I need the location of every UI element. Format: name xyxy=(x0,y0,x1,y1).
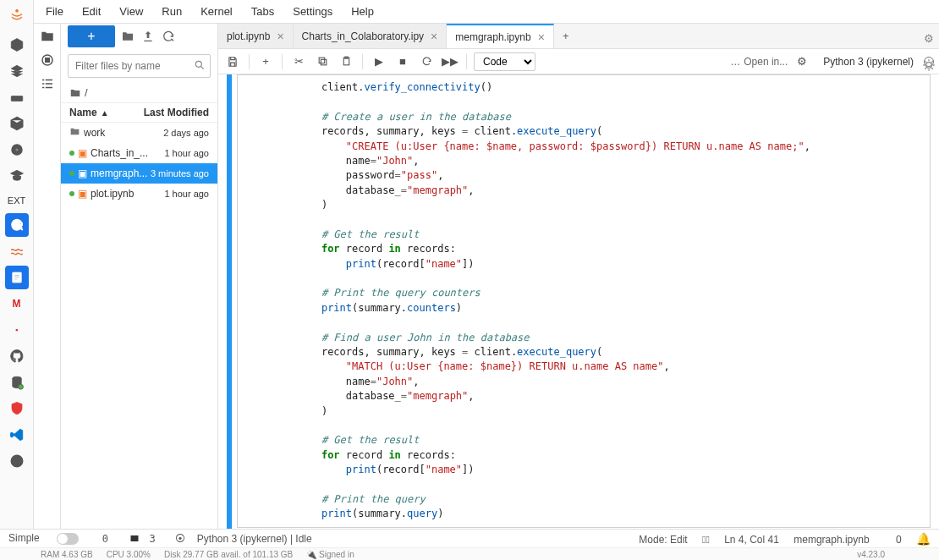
gear-icon[interactable]: ⚙ xyxy=(793,52,811,71)
file-row[interactable]: ▣memgraph...3 minutes ago xyxy=(61,163,217,184)
editor-tab[interactable]: plot.ipynb× xyxy=(218,24,294,48)
status-notif[interactable]: 0 🔔 xyxy=(884,534,931,546)
menu-tabs[interactable]: Tabs xyxy=(243,2,283,21)
menu-run[interactable]: Run xyxy=(153,2,190,21)
pdf-icon[interactable]: ▪ xyxy=(5,318,29,342)
matplotlib-icon[interactable]: M xyxy=(5,292,29,316)
close-icon[interactable]: × xyxy=(277,30,283,42)
status-ram[interactable]: RAM 4.63 GB xyxy=(41,550,93,559)
kernel-name[interactable]: Python 3 (ipykernel) xyxy=(823,56,914,68)
status-cursor[interactable]: Ln 4, Col 41 xyxy=(724,534,779,546)
simple-toggle[interactable] xyxy=(57,533,79,545)
running-indicator-icon xyxy=(69,191,74,196)
debug-rail-icon[interactable] xyxy=(922,58,936,74)
file-name: Charts_in_... xyxy=(91,147,148,159)
add-tab-button[interactable]: + xyxy=(554,24,578,48)
tab-label: memgraph.ipynb xyxy=(455,31,530,43)
stop-icon[interactable]: ■ xyxy=(393,52,412,71)
file-name: work xyxy=(84,127,105,139)
shield-icon[interactable] xyxy=(5,397,29,420)
editor-tabs: plot.ipynb×Charts_in_Colaboratory.ipy×me… xyxy=(218,24,939,49)
add-cell-icon[interactable]: + xyxy=(256,52,275,71)
file-name: plot.ipynb xyxy=(91,188,134,200)
svg-rect-7 xyxy=(14,279,18,280)
restart-icon[interactable] xyxy=(417,52,436,71)
menu-kernel[interactable]: Kernel xyxy=(192,2,241,21)
target-icon[interactable] xyxy=(5,138,29,162)
editor-area: plot.ipynb×Charts_in_Colaboratory.ipy×me… xyxy=(218,24,939,546)
status-disk[interactable]: Disk 29.77 GB avail. of 101.13 GB xyxy=(164,550,293,559)
run-icon[interactable]: ▶ xyxy=(370,52,388,71)
menu-view[interactable]: View xyxy=(111,2,151,21)
editor-tab[interactable]: memgraph.ipynb× xyxy=(447,24,554,48)
file-row[interactable]: work2 days ago xyxy=(61,123,217,143)
tab-label: plot.ipynb xyxy=(227,30,270,42)
svg-rect-1 xyxy=(11,96,23,102)
status-terminals[interactable]: 0 3 ⦿ xyxy=(102,533,185,545)
menu-settings[interactable]: Settings xyxy=(284,2,341,21)
running-tab-icon[interactable] xyxy=(40,52,55,68)
toc-tab-icon[interactable] xyxy=(40,76,55,91)
package-icon[interactable] xyxy=(5,112,29,135)
close-icon[interactable]: × xyxy=(538,31,545,43)
menubar: File Edit View Run Kernel Tabs Settings … xyxy=(34,0,939,24)
svg-rect-18 xyxy=(45,87,52,89)
status-cpu[interactable]: CPU 3.00% xyxy=(107,550,151,559)
svg-point-9 xyxy=(18,384,23,389)
svg-rect-21 xyxy=(319,58,325,63)
menu-help[interactable]: Help xyxy=(343,2,382,21)
svg-rect-17 xyxy=(42,87,44,89)
celltype-select[interactable]: Code xyxy=(474,52,535,71)
svg-rect-13 xyxy=(42,80,44,81)
save-icon[interactable] xyxy=(223,52,242,71)
status-kernel[interactable]: Python 3 (ipykernel) | Idle xyxy=(197,533,312,545)
svg-rect-5 xyxy=(14,275,19,276)
folder-tab-icon[interactable] xyxy=(40,29,55,44)
status-signed-in[interactable]: 🔌 Signed in xyxy=(306,550,367,559)
file-row[interactable]: ▣Charts_in_...1 hour ago xyxy=(61,143,217,163)
status-simple[interactable]: Simple xyxy=(8,532,91,545)
menu-edit[interactable]: Edit xyxy=(74,2,109,21)
status-mode[interactable]: Mode: Edit xyxy=(639,534,687,546)
file-row[interactable]: ▣plot.ipynb1 hour ago xyxy=(61,184,217,204)
cell-gutter-bar[interactable] xyxy=(227,74,232,546)
header-modified[interactable]: Last Modified xyxy=(144,107,209,118)
database-icon[interactable] xyxy=(5,371,29,394)
status-version[interactable]: v4.23.0 xyxy=(857,550,885,559)
github-icon[interactable] xyxy=(5,344,29,368)
doc-ext-icon[interactable] xyxy=(5,266,29,289)
editor-tab[interactable]: Charts_in_Colaboratory.ipy× xyxy=(294,24,448,48)
refresh-icon[interactable] xyxy=(161,29,176,44)
wave-icon[interactable] xyxy=(5,239,29,263)
status-trusted-icon[interactable]: ✓⃝ xyxy=(702,534,710,546)
vscode-icon[interactable] xyxy=(5,423,29,447)
close-icon[interactable]: × xyxy=(431,30,437,42)
open-in-button[interactable]: … Open in... xyxy=(730,56,788,68)
upload-icon[interactable] xyxy=(140,29,156,44)
file-modified: 1 hour ago xyxy=(164,189,209,199)
box-icon[interactable] xyxy=(5,33,29,57)
refresh-ext-icon[interactable] xyxy=(5,213,29,237)
run-all-icon[interactable]: ▶▶ xyxy=(441,52,459,71)
status-file[interactable]: memgraph.ipynb xyxy=(793,534,869,546)
paste-icon[interactable] xyxy=(337,52,355,71)
svg-rect-12 xyxy=(45,58,49,63)
layers-icon[interactable] xyxy=(5,59,29,83)
new-launcher-button[interactable]: + xyxy=(68,25,115,47)
graduation-icon[interactable] xyxy=(5,164,29,188)
header-name[interactable]: Name xyxy=(69,107,97,118)
settings-rail-icon[interactable]: ⚙ xyxy=(924,32,934,45)
svg-point-0 xyxy=(15,9,18,12)
tray-icon[interactable] xyxy=(5,85,29,109)
new-folder-icon[interactable] xyxy=(120,29,135,44)
add-ext-icon[interactable] xyxy=(5,449,29,473)
filter-input[interactable] xyxy=(68,54,211,78)
jupyter-logo-icon[interactable] xyxy=(5,3,29,27)
breadcrumb[interactable]: / xyxy=(61,83,217,102)
menu-file[interactable]: File xyxy=(37,2,72,21)
code-cell[interactable]: client.verify_connectivity() # Create a … xyxy=(237,74,931,528)
notebook-icon: ▣ xyxy=(78,188,87,200)
copy-icon[interactable] xyxy=(313,52,332,71)
cut-icon[interactable]: ✂ xyxy=(289,52,308,71)
bell-icon: 🔔 xyxy=(916,532,931,546)
